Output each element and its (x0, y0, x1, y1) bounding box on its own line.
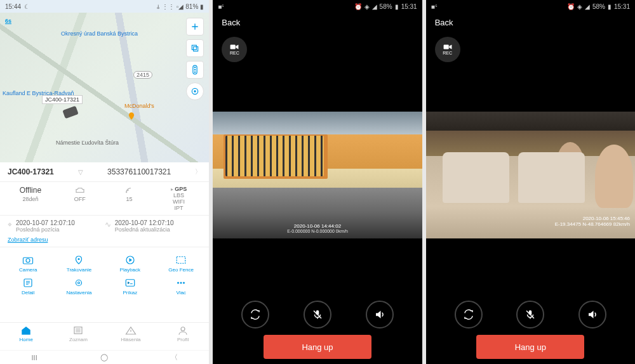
speaker-button[interactable] (366, 301, 394, 328)
nav-list[interactable]: Zoznam (52, 323, 104, 350)
battery-icon: ▮ (608, 3, 612, 10)
map-view[interactable]: 6s Okresný úrad Banská Bystrica Kaufland… (0, 13, 209, 162)
switch-icon (463, 309, 474, 320)
map-device-marker[interactable] (62, 106, 78, 119)
svg-point-15 (78, 282, 80, 284)
action-detail[interactable]: Detail (3, 275, 53, 298)
profile-icon (177, 325, 189, 335)
switch-camera-button[interactable] (455, 301, 483, 328)
bottom-nav: Home Zoznam Hlásenia Profil (0, 322, 209, 350)
record-button[interactable]: REC (222, 37, 247, 62)
signal-icon: ◢ (372, 3, 377, 10)
nav-home[interactable]: Home (0, 323, 52, 350)
status-time: 15:31 (614, 3, 630, 10)
speaker-button[interactable] (578, 301, 606, 328)
screen-tracking-app: 15:44 ☾ ⫰ ⋮⋮ ▫◢ 81% ▮ 6s Okresný úrad Ba… (0, 0, 209, 364)
video-overlay-text: 2020-10-06 14:44:02 E-0.000000 N-0.00000… (213, 223, 422, 233)
show-address-link[interactable]: Zobraziť adresu (0, 237, 209, 247)
nav-profile[interactable]: Profil (157, 323, 209, 350)
nav-back-icon[interactable]: 〈 (171, 353, 178, 362)
map-controls (186, 18, 204, 100)
battery-text: 58% (592, 3, 605, 10)
svg-point-9 (26, 259, 30, 263)
nav-alerts[interactable]: Hlásenia (105, 323, 157, 350)
plus-icon (190, 22, 200, 32)
map-traffic-button[interactable] (186, 61, 204, 79)
pin-icon (73, 255, 84, 265)
status-battery-icon: ▮ (200, 3, 204, 10)
status-satellite: 15 (105, 186, 154, 211)
chevron-right-icon: 〉 (195, 167, 201, 176)
pin-icon: ⌖ (8, 220, 12, 229)
timestamps-row: ⌖ 2020-10-07 12:07:10Posledná pozícia ∿ … (0, 215, 209, 237)
map-layers-button[interactable] (186, 39, 204, 57)
action-playback[interactable]: Playback (105, 252, 156, 275)
hangup-button[interactable]: Hang up (264, 335, 371, 359)
status-acc: OFF (56, 186, 104, 211)
camera-indicator-icon: ■ˢ (218, 3, 224, 10)
action-command[interactable]: Príkaz (105, 275, 156, 298)
passenger-2 (595, 145, 632, 208)
videocam-icon (230, 44, 239, 50)
switch-camera-button[interactable] (241, 301, 269, 328)
map-locate-button[interactable] (186, 82, 204, 100)
svg-rect-12 (177, 257, 185, 264)
battery-text: 58% (380, 3, 392, 10)
svg-point-19 (183, 282, 185, 284)
action-camera[interactable]: Camera (3, 252, 53, 275)
svg-rect-24 (443, 45, 448, 49)
satellite-icon (124, 186, 135, 195)
speaker-icon (587, 309, 598, 320)
mic-off-icon (525, 309, 536, 320)
action-grid: Camera Trakovanie Playback Geo Fence Det… (0, 247, 209, 303)
playback-icon (124, 255, 136, 265)
more-icon (175, 278, 187, 288)
status-wifi-icon: ⋮⋮ (162, 3, 175, 10)
device-name: JC400-17321 (8, 167, 54, 176)
map-add-button[interactable] (186, 18, 204, 36)
videocam-icon (443, 44, 452, 50)
video-feed-front[interactable]: 2020-10-06 14:44:02 E-0.000000 N-0.00000… (213, 112, 422, 238)
back-button[interactable]: Back (213, 13, 422, 32)
svg-rect-1 (194, 47, 198, 51)
svg-rect-16 (126, 280, 135, 287)
pulse-icon: ∿ (105, 220, 111, 229)
status-signal-icon: ▫◢ (177, 3, 184, 10)
action-more[interactable]: Viac (156, 275, 206, 298)
device-header[interactable]: JC400-17321 ▽ 353376110017321 〉 (0, 162, 209, 182)
engine-icon (75, 186, 85, 195)
screen-dashcam-front: ■ˢ ⏰ ◈ ◢ 58%▮ 15:31 Back REC 2020-10-06 … (213, 0, 422, 364)
mic-mute-button[interactable] (516, 301, 544, 328)
map-poi-okresny: Okresný úrad Banská Bystrica (61, 30, 138, 37)
svg-point-18 (180, 282, 182, 284)
gear-icon (73, 278, 84, 288)
device-imei: 353376110017321 (107, 167, 171, 176)
map-road-2415: 2415 (133, 71, 152, 79)
svg-point-10 (78, 258, 80, 260)
passenger-1 (556, 142, 585, 193)
action-tracking[interactable]: Trakovanie (53, 252, 104, 275)
terminal-icon (124, 278, 136, 288)
nav-recent-icon[interactable]: III (32, 354, 37, 361)
speaker-icon (374, 309, 385, 320)
action-settings[interactable]: Nastavenia (53, 275, 104, 298)
chevron-down-icon: ▽ (78, 169, 83, 176)
status-time: 15:31 (401, 3, 417, 10)
call-controls (213, 301, 422, 328)
map-poi-mcdonalds: McDonald's (124, 103, 154, 109)
hangup-button[interactable]: Hang up (476, 335, 584, 359)
svg-point-17 (177, 282, 179, 284)
mic-mute-button[interactable] (304, 301, 331, 328)
video-feed-rear[interactable]: 2020-10-06 15:45:46 E-19.34475 N-48.7646… (426, 112, 635, 238)
record-button[interactable]: REC (435, 37, 460, 62)
video-overlay-text: 2020-10-06 15:45:46 E-19.34475 N-48.7646… (555, 216, 630, 227)
svg-rect-0 (192, 45, 197, 49)
nav-homebtn-icon[interactable]: ◯ (100, 353, 108, 361)
battery-icon: ▮ (395, 3, 399, 10)
map-device-tooltip[interactable]: JC400-17321 (42, 95, 83, 104)
detail-icon (22, 278, 34, 288)
refresh-badge[interactable]: 6s (5, 18, 11, 24)
camera-icon (22, 255, 34, 265)
back-button[interactable]: Back (426, 13, 635, 32)
action-geofence[interactable]: Geo Fence (156, 252, 206, 275)
